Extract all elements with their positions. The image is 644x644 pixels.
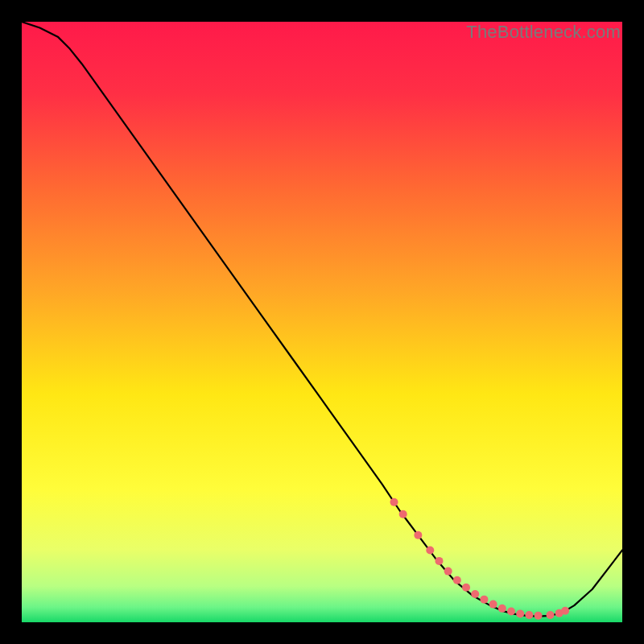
marker-dot bbox=[525, 611, 533, 619]
marker-dot bbox=[444, 568, 452, 576]
marker-dot bbox=[414, 531, 422, 539]
gradient-background bbox=[22, 22, 622, 622]
marker-dot bbox=[471, 590, 479, 598]
marker-dot bbox=[507, 608, 515, 616]
marker-dot bbox=[390, 498, 398, 506]
marker-dot bbox=[435, 557, 443, 565]
marker-dot bbox=[399, 510, 407, 518]
marker-dot bbox=[453, 576, 461, 584]
chart-frame: TheBottleneck.com bbox=[22, 22, 622, 622]
marker-dot bbox=[561, 607, 569, 615]
marker-dot bbox=[546, 611, 554, 619]
marker-dot bbox=[480, 596, 488, 604]
marker-dot bbox=[498, 605, 506, 613]
marker-dot bbox=[426, 546, 434, 554]
bottleneck-chart bbox=[22, 22, 622, 622]
watermark-text: TheBottleneck.com bbox=[466, 22, 621, 43]
marker-dot bbox=[462, 584, 470, 592]
marker-dot bbox=[516, 610, 524, 618]
marker-dot bbox=[489, 601, 497, 609]
marker-dot bbox=[535, 612, 543, 620]
